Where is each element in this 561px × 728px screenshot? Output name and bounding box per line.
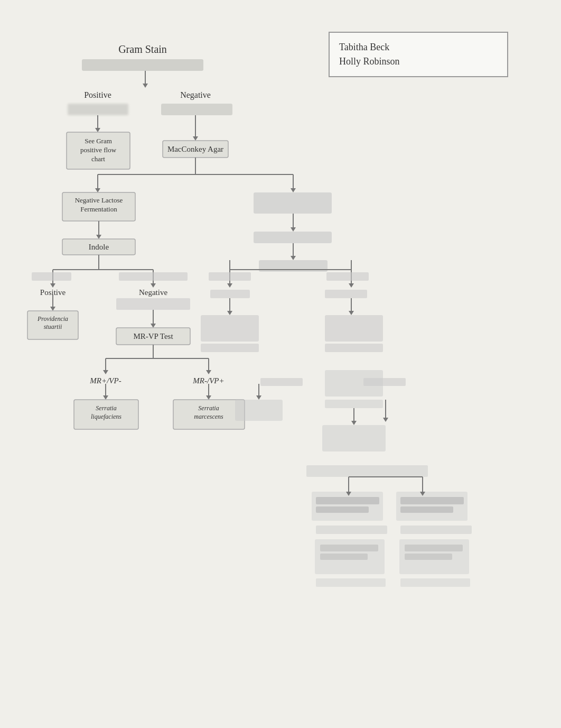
svg-marker-61	[151, 324, 156, 328]
svg-marker-40	[151, 283, 156, 288]
svg-rect-90	[173, 400, 245, 429]
svg-rect-117	[400, 526, 472, 534]
svg-rect-116	[316, 526, 387, 534]
svg-marker-28	[291, 227, 296, 232]
svg-rect-122	[405, 545, 463, 551]
svg-rect-48	[209, 272, 251, 281]
svg-rect-112	[316, 497, 379, 504]
svg-marker-94	[256, 395, 261, 400]
header-box: Tabitha Beck Holly Robinson	[329, 32, 508, 77]
svg-rect-24	[254, 192, 332, 214]
svg-rect-80	[260, 378, 303, 386]
svg-marker-31	[291, 256, 296, 260]
svg-text:liquefaciens: liquefaciens	[91, 413, 121, 420]
svg-rect-0	[82, 59, 203, 71]
svg-text:Serratia: Serratia	[96, 404, 116, 412]
svg-marker-89	[206, 395, 211, 400]
svg-marker-18	[95, 188, 100, 192]
svg-rect-102	[306, 465, 428, 477]
svg-rect-95	[235, 400, 283, 421]
svg-text:MR-VP Test: MR-VP Test	[133, 332, 173, 340]
svg-text:Negative: Negative	[139, 288, 167, 297]
svg-rect-52	[210, 290, 250, 298]
svg-rect-124	[316, 578, 386, 587]
author-name-1: Tabitha Beck	[339, 42, 389, 52]
svg-marker-55	[50, 307, 55, 311]
svg-rect-106	[312, 492, 383, 521]
svg-text:Positive: Positive	[40, 288, 66, 297]
svg-rect-9	[67, 132, 130, 169]
gram-stain-title: Gram Stain	[118, 43, 167, 55]
svg-rect-107	[396, 492, 467, 521]
svg-text:Serratia: Serratia	[198, 404, 219, 412]
svg-rect-76	[201, 344, 259, 352]
svg-text:stuartii: stuartii	[44, 323, 62, 330]
svg-rect-34	[259, 260, 328, 272]
svg-rect-125	[400, 578, 470, 587]
svg-rect-119	[399, 539, 469, 574]
svg-marker-2	[143, 84, 148, 88]
svg-rect-59	[116, 298, 190, 310]
svg-text:chart: chart	[91, 155, 105, 163]
svg-marker-75	[206, 370, 211, 374]
svg-marker-45	[349, 283, 354, 288]
svg-marker-109	[346, 492, 351, 496]
svg-rect-21	[62, 192, 135, 221]
svg-rect-77	[325, 344, 383, 352]
svg-marker-8	[193, 136, 198, 141]
svg-marker-73	[103, 370, 108, 374]
svg-text:positive flow: positive flow	[80, 146, 117, 154]
svg-text:MR-/VP+: MR-/VP+	[192, 376, 224, 385]
svg-text:Fermentation: Fermentation	[80, 205, 117, 213]
flowchart-svg: Gram Stain Positive Negative See Gram po…	[0, 0, 561, 687]
svg-rect-13	[163, 141, 228, 158]
svg-marker-111	[420, 492, 425, 496]
svg-rect-6	[161, 104, 232, 115]
svg-text:Indole: Indole	[89, 243, 109, 251]
svg-rect-62	[116, 328, 190, 345]
svg-text:See Gram: See Gram	[85, 137, 112, 145]
svg-text:MacConkey Agar: MacConkey Agar	[167, 145, 223, 153]
svg-marker-100	[351, 421, 357, 425]
svg-rect-120	[320, 545, 378, 551]
svg-rect-114	[400, 497, 464, 504]
svg-text:Negative Lactose: Negative Lactose	[75, 196, 123, 204]
svg-text:MR+/VP-: MR+/VP-	[89, 376, 121, 385]
svg-marker-97	[383, 418, 388, 422]
svg-marker-43	[227, 283, 232, 288]
svg-rect-118	[315, 539, 385, 574]
svg-marker-38	[50, 283, 55, 288]
svg-marker-65	[227, 311, 232, 315]
svg-rect-53	[325, 290, 367, 298]
author-name-2: Holly Robinson	[339, 56, 400, 67]
svg-rect-101	[322, 425, 386, 451]
svg-marker-20	[291, 188, 296, 192]
svg-rect-113	[316, 506, 369, 513]
svg-rect-82	[325, 370, 383, 397]
svg-text:Providencia: Providencia	[37, 315, 68, 322]
svg-rect-81	[363, 378, 406, 386]
svg-rect-121	[320, 554, 368, 560]
author-names: Tabitha Beck Holly Robinson	[339, 40, 498, 69]
svg-rect-47	[119, 272, 188, 281]
svg-rect-98	[325, 400, 383, 408]
positive-label: Positive	[84, 90, 111, 99]
svg-marker-26	[96, 235, 101, 239]
svg-rect-56	[27, 311, 78, 339]
page: Tabitha Beck Holly Robinson Gram Stain P…	[0, 0, 561, 728]
svg-rect-3	[68, 104, 128, 115]
svg-text:marcescens: marcescens	[194, 413, 223, 420]
svg-rect-32	[62, 239, 135, 255]
svg-marker-84	[103, 395, 108, 400]
svg-rect-115	[400, 506, 453, 513]
svg-rect-69	[325, 315, 383, 342]
svg-rect-49	[326, 272, 369, 281]
svg-rect-46	[32, 272, 71, 281]
svg-marker-68	[349, 311, 354, 315]
svg-rect-123	[405, 554, 452, 560]
svg-rect-66	[201, 315, 259, 342]
negative-label: Negative	[180, 90, 211, 100]
svg-marker-5	[95, 128, 100, 132]
svg-rect-29	[254, 232, 332, 243]
svg-rect-85	[74, 400, 138, 429]
